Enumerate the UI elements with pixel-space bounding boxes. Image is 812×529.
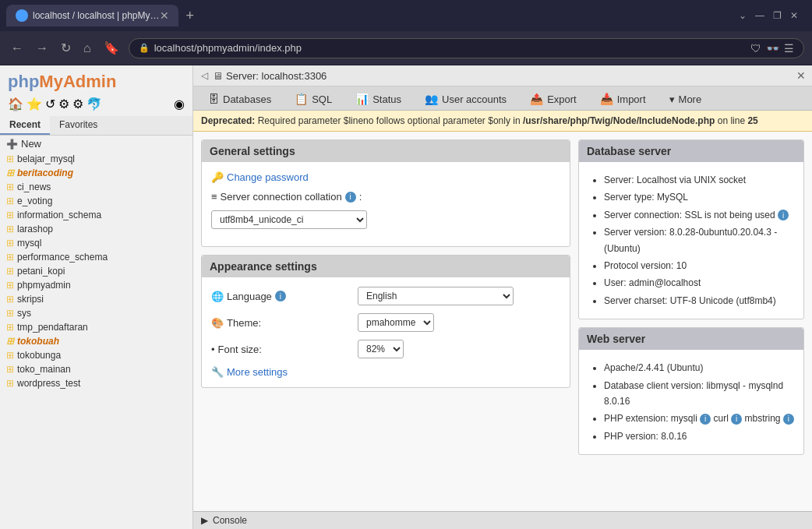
db-expand-icon: ⊞ [6, 294, 14, 305]
tab-user-accounts[interactable]: 👥 User accounts [413, 86, 518, 111]
back-content-button[interactable]: ◁ [199, 69, 210, 83]
extension-icons: 🛡 👓 ☰ [750, 42, 794, 55]
close-window-button[interactable]: ✕ [789, 10, 800, 21]
bookmark-button[interactable]: 🔖 [101, 37, 122, 58]
content-header: ◁ 🖥 Server: localhost:3306 ✕ [193, 65, 812, 86]
theme-icon: 🎨 [211, 317, 224, 329]
list-item[interactable]: ⊞ beritacoding [0, 166, 192, 180]
list-item[interactable]: ⊞ tokobunga [0, 348, 192, 362]
home-icon[interactable]: 🏠 [8, 97, 23, 111]
favorites-icon[interactable]: ⭐ [26, 97, 42, 111]
list-item: Server type: MySQL [604, 189, 794, 206]
list-item[interactable]: ⊞ belajar_mysql [0, 152, 192, 166]
refresh-icon[interactable]: ↺ [45, 97, 55, 111]
ssl-info-icon[interactable]: i [778, 210, 789, 220]
more-settings-link[interactable]: 🔧 More settings [211, 366, 560, 378]
mysqli-info-icon[interactable]: i [700, 414, 711, 425]
settings-icon[interactable]: ⚙ [58, 97, 69, 111]
list-item[interactable]: ⊞ e_voting [0, 194, 192, 208]
fontsize-select[interactable]: 82% [358, 340, 404, 358]
db-name: beritacoding [17, 168, 73, 178]
list-item[interactable]: ⊞ tmp_pendaftaran [0, 320, 192, 334]
back-button[interactable]: ← [8, 38, 26, 58]
change-password-link[interactable]: 🔑 Change password [211, 171, 560, 183]
favorites-tab[interactable]: Favorites [50, 116, 107, 135]
active-tab[interactable]: localhost / localhost | phpMy… ✕ [6, 5, 178, 26]
logo-myadmin: MyAdmin [39, 72, 116, 91]
db-name: mysql [17, 238, 41, 249]
list-item[interactable]: ⊞ skripsi [0, 292, 192, 306]
list-item[interactable]: ⊞ performance_schema [0, 250, 192, 264]
list-item[interactable]: ⊞ tokobuah [0, 334, 192, 348]
db-name: ci_news [17, 182, 51, 192]
list-item: PHP version: 8.0.16 [604, 428, 794, 445]
console-icon: ▶ [201, 515, 208, 526]
list-item[interactable]: ⊞ petani_kopi [0, 264, 192, 278]
forward-button[interactable]: → [33, 38, 51, 58]
list-item[interactable]: ⊞ phpmyadmin [0, 278, 192, 292]
tab-close-button[interactable]: ✕ [160, 9, 169, 22]
new-database-item[interactable]: ➕ New [0, 136, 192, 152]
tab-export[interactable]: 📤 Export [518, 86, 588, 111]
list-item[interactable]: ⊞ sys [0, 306, 192, 320]
restore-button[interactable]: ❐ [771, 10, 782, 21]
user-accounts-icon: 👥 [425, 93, 438, 105]
tab-import[interactable]: 📥 Import [588, 86, 658, 111]
new-tab-button[interactable]: + [182, 8, 199, 24]
brave-shield-icon[interactable]: 🛡 [750, 42, 761, 55]
tab-sql[interactable]: 📋 SQL [283, 86, 344, 111]
collation-select[interactable]: utf8mb4_unicode_ci [211, 210, 367, 229]
language-info-icon[interactable]: i [275, 291, 286, 302]
list-item[interactable]: ⊞ larashop [0, 222, 192, 236]
theme-row: 🎨 Theme: pmahomme [211, 313, 560, 332]
tab-status[interactable]: 📊 Status [344, 86, 413, 111]
language-select[interactable]: English [358, 287, 514, 305]
brave-glasses-icon[interactable]: 👓 [766, 42, 779, 55]
sidebar-tabs: Recent Favorites [0, 116, 192, 136]
window-controls: ⌄ — ❐ ✕ [737, 10, 806, 21]
tab-export-label: Export [547, 93, 577, 105]
list-item[interactable]: ⊞ mysql [0, 236, 192, 250]
home-button[interactable]: ⌂ [80, 38, 94, 58]
theme-select[interactable]: pmahomme [358, 313, 434, 332]
db-name: skripsi [17, 294, 44, 305]
collapse-icon[interactable]: ◉ [174, 97, 185, 111]
url-bar[interactable]: 🔒 localhost/phpmyadmin/index.php 🛡 👓 ☰ [129, 38, 804, 58]
reload-button[interactable]: ↻ [58, 37, 74, 58]
db-name: larashop [17, 224, 53, 235]
pma-icon[interactable]: 🐬 [86, 97, 102, 111]
close-content-button[interactable]: ✕ [796, 69, 806, 82]
general-settings-body: 🔑 Change password ≡ Server connection co… [202, 162, 570, 246]
mbstring-info-icon[interactable]: i [783, 414, 794, 425]
recent-tab[interactable]: Recent [0, 116, 50, 135]
console-bar[interactable]: ▶ Console [193, 511, 812, 529]
db-server-body: Server: Localhost via UNIX socket Server… [579, 162, 803, 319]
list-item[interactable]: ⊞ toko_mainan [0, 362, 192, 376]
db-expand-icon: ⊞ [6, 266, 14, 277]
db-name: wordpress_test [17, 378, 80, 389]
menu-icon[interactable]: ☰ [784, 42, 794, 55]
db-expand-icon: ⊞ [6, 252, 14, 263]
list-item[interactable]: ⊞ information_schema [0, 208, 192, 222]
curl-info-icon[interactable]: i [731, 414, 742, 425]
new-item-icon: ➕ [6, 139, 18, 150]
general-settings-panel: General settings 🔑 Change password ≡ Ser… [201, 139, 570, 247]
right-column: Database server Server: Localhost via UN… [578, 139, 804, 503]
help-icon[interactable]: ⚙ [72, 97, 83, 111]
db-expand-icon: ⊞ [6, 182, 14, 192]
collation-info-icon[interactable]: i [345, 192, 356, 203]
chevron-down-icon[interactable]: ⌄ [737, 10, 748, 21]
tab-sql-label: SQL [312, 93, 332, 105]
web-server-body: Apache/2.4.41 (Ubuntu) Database client v… [579, 350, 803, 454]
tab-databases[interactable]: 🗄 Databases [196, 86, 283, 111]
minimize-button[interactable]: — [754, 10, 765, 21]
list-item[interactable]: ⊞ wordpress_test [0, 376, 192, 390]
db-server-info-list: Server: Localhost via UNIX socket Server… [588, 171, 794, 309]
list-item[interactable]: ⊞ ci_news [0, 180, 192, 194]
tab-more[interactable]: ▾ More [658, 87, 714, 111]
list-item: Protocol version: 10 [604, 257, 794, 274]
tab-import-label: Import [617, 93, 646, 105]
db-expand-icon: ⊞ [6, 224, 14, 235]
appearance-settings-panel: Appearance settings 🌐 Language i English [201, 255, 570, 388]
collation-row: ≡ Server connection collation i: [211, 191, 560, 203]
